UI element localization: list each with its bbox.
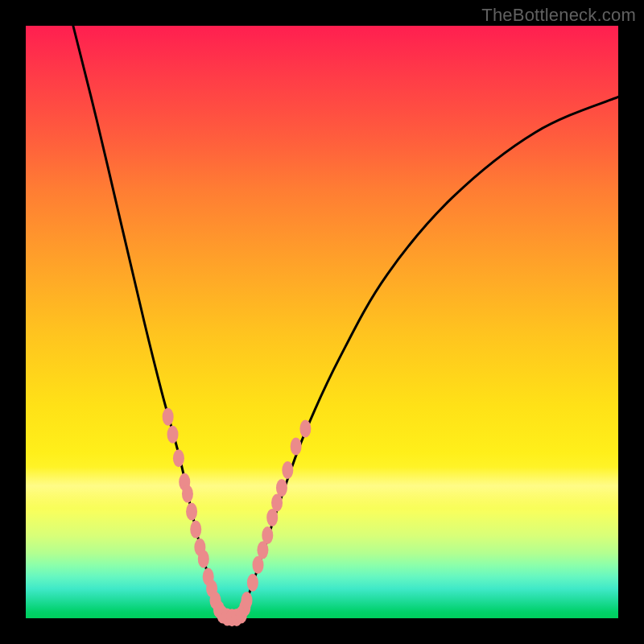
data-dot <box>262 526 273 544</box>
data-dot <box>198 550 209 568</box>
data-dot <box>282 461 293 479</box>
data-dot <box>173 449 184 467</box>
data-dot <box>247 574 258 592</box>
watermark-text: TheBottleneck.com <box>481 5 636 26</box>
data-dot <box>291 438 302 456</box>
plot-area <box>26 26 618 618</box>
data-dot <box>299 419 311 437</box>
data-dots <box>163 408 312 627</box>
data-dot <box>186 503 197 521</box>
curve-layer <box>26 26 618 618</box>
data-dot <box>167 426 179 444</box>
data-dot <box>163 408 174 426</box>
chart-stage: TheBottleneck.com <box>0 0 644 644</box>
data-dot <box>190 521 201 539</box>
data-dot <box>276 479 287 497</box>
data-dot <box>182 485 193 502</box>
data-dot <box>242 592 253 609</box>
curve-right-branch <box>239 97 618 618</box>
